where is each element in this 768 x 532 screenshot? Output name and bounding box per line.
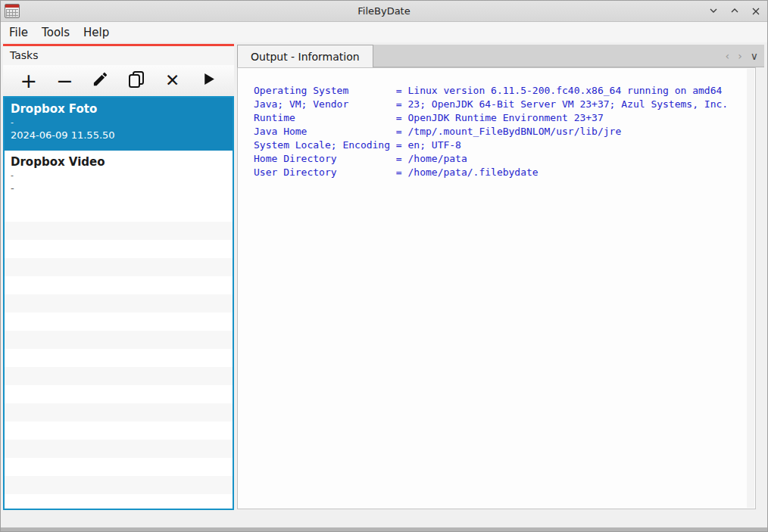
tasks-panel-title: Tasks (3, 46, 234, 65)
task-title: Dropbox Video (11, 154, 226, 170)
pencil-icon (92, 70, 109, 91)
task-list-empty-rows[interactable] (5, 204, 233, 509)
tab-output-information[interactable]: Output - Information (237, 45, 373, 67)
task-subtitle: - (11, 117, 226, 129)
task-title: Dropbox Foto (11, 101, 226, 117)
task-row-dropbox-foto[interactable]: Dropbox Foto - 2024-06-09 11.55.50 (5, 98, 233, 151)
title-bar: FileByDate (1, 1, 767, 22)
minimize-button[interactable] (708, 6, 719, 17)
maximize-button[interactable] (729, 6, 740, 17)
close-icon (751, 5, 761, 19)
task-last-run: 2024-06-09 11.55.50 (11, 129, 226, 142)
menu-tools[interactable]: Tools (35, 23, 76, 42)
run-task-button[interactable] (195, 67, 222, 95)
output-text: Operating System = Linux version 6.11.5-… (238, 68, 755, 179)
minus-icon: − (56, 70, 73, 91)
tasks-panel: Tasks + − ✕ (3, 44, 234, 510)
tab-scroll-controls: ‹ › ∨ (726, 45, 758, 67)
close-button[interactable] (751, 6, 761, 17)
add-task-button[interactable]: + (15, 67, 42, 95)
vertical-scrollbar[interactable] (747, 69, 754, 508)
app-window: FileByDate File Tools Help (0, 0, 768, 532)
menu-help[interactable]: Help (76, 23, 116, 42)
window-controls (708, 1, 761, 22)
task-list: Dropbox Foto - 2024-06-09 11.55.50 Dropb… (3, 96, 234, 510)
window-bottom-edge (1, 527, 767, 531)
delete-task-button[interactable]: ✕ (159, 67, 186, 95)
remove-task-button[interactable]: − (51, 67, 78, 95)
task-subtitle: - (11, 170, 226, 182)
output-panel[interactable]: Operating System = Linux version 6.11.5-… (237, 67, 756, 509)
tab-scroll-left-icon[interactable]: ‹ (726, 51, 730, 61)
status-bar (1, 512, 767, 528)
x-icon: ✕ (165, 72, 180, 89)
output-tab-strip: Output - Information ‹ › ∨ (237, 45, 764, 67)
task-last-run: - (11, 182, 226, 194)
menu-bar: File Tools Help (1, 22, 767, 42)
copy-icon (128, 70, 145, 92)
duplicate-task-button[interactable] (123, 67, 150, 95)
task-row-dropbox-video[interactable]: Dropbox Video - - (5, 151, 233, 204)
tasks-toolbar: + − ✕ (3, 65, 234, 96)
chevron-up-maximize-icon (729, 5, 740, 19)
window-title: FileByDate (1, 5, 767, 17)
tab-label: Output - Information (251, 51, 360, 63)
tab-list-dropdown-icon[interactable]: ∨ (751, 51, 758, 61)
tab-scroll-right-icon[interactable]: › (738, 51, 742, 61)
play-icon (201, 72, 216, 89)
edit-task-button[interactable] (87, 67, 114, 95)
menu-file[interactable]: File (2, 23, 35, 42)
plus-icon: + (20, 70, 37, 91)
chevron-down-minimize-icon (708, 5, 719, 19)
